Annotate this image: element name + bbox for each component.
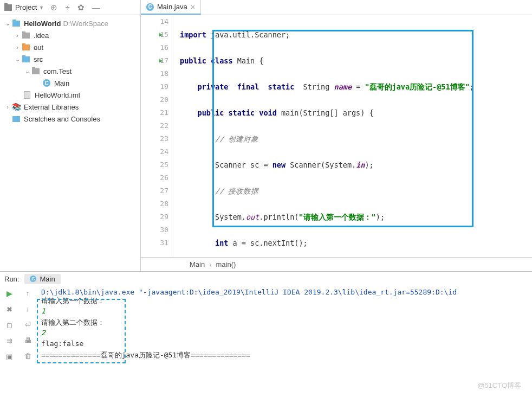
tree-main-label: Main — [54, 79, 69, 87]
tree-root[interactable]: ⌄ HelloWorld D:\WorkSpace — [0, 17, 140, 29]
tree-package[interactable]: ⌄ com.Test — [0, 65, 140, 77]
run-toolbar-outer: ▶ ✖ ◻ ⇉ ▣ — [0, 286, 18, 395]
folder-icon — [22, 56, 30, 62]
output-value: 2 — [41, 329, 528, 340]
project-tree: ⌄ HelloWorld D:\WorkSpace › .idea › out … — [0, 15, 140, 127]
panel-header: Project ▾ ⊕ ÷ ✿ — — [0, 0, 140, 15]
tree-iml[interactable]: HelloWorld.iml — [0, 89, 140, 101]
file-icon — [24, 91, 30, 99]
package-icon — [32, 68, 40, 74]
chevron-down-icon[interactable]: ▾ — [40, 4, 43, 10]
rerun-icon[interactable]: ⇉ — [7, 337, 12, 345]
output-line: 请输入第一个数据： — [41, 296, 528, 307]
breadcrumb-method[interactable]: main() — [216, 260, 236, 268]
target-icon[interactable]: ⊕ — [50, 3, 57, 12]
tree-out-label: out — [34, 43, 43, 52]
tree-src-label: src — [34, 55, 43, 63]
editor-tab-main[interactable]: C Main.java × — [141, 0, 201, 15]
up-icon[interactable]: ↑ — [26, 289, 30, 297]
folder-icon — [22, 44, 30, 50]
down-icon[interactable]: ↓ — [26, 305, 30, 313]
project-icon — [4, 4, 12, 11]
editor-area: C Main.java × 14 ▶15 16 ▶17 18 19 20 21 … — [141, 0, 532, 271]
tab-label: Main.java — [157, 3, 187, 11]
tree-pkg-label: com.Test — [43, 67, 72, 75]
debug-icon[interactable]: ✖ — [7, 305, 12, 313]
print-icon[interactable]: 🖶 — [24, 336, 31, 344]
collapse-icon[interactable]: ÷ — [65, 3, 69, 12]
run-toolbar-inner: ↑ ↓ ⏎ 🖶 🗑 — [18, 286, 37, 395]
run-output[interactable]: D:\jdk1.8\bin\java.exe "-javaagent:D:\id… — [37, 286, 532, 395]
editor-tabs: C Main.java × — [141, 0, 532, 15]
trash-icon[interactable]: 🗑 — [24, 352, 31, 360]
panel-title-text: Project — [15, 3, 37, 11]
run-header: Run: C Main — [0, 272, 532, 286]
tree-scratches-label: Scratches and Consoles — [24, 115, 100, 123]
gear-icon[interactable]: ✿ — [77, 3, 85, 12]
folder-icon — [12, 21, 20, 27]
watermark: @51CTO博客 — [477, 381, 521, 390]
tree-out[interactable]: › out — [0, 41, 140, 53]
hide-icon[interactable]: — — [92, 3, 100, 12]
tree-idea-label: .idea — [34, 31, 49, 40]
tree-iml-label: HelloWorld.iml — [35, 91, 80, 99]
tree-main-class[interactable]: C Main — [0, 77, 140, 89]
tree-root-path: D:\WorkSpace — [63, 20, 108, 28]
tree-libs-label: External Libraries — [24, 103, 79, 111]
tree-src[interactable]: ⌄ src — [0, 53, 140, 65]
camera-icon[interactable]: ◻ — [7, 321, 12, 329]
class-icon: C — [146, 3, 154, 11]
close-icon[interactable]: × — [191, 3, 195, 11]
class-icon: C — [30, 276, 36, 282]
run-tab[interactable]: C Main — [24, 274, 60, 284]
output-value: 1 — [41, 307, 528, 318]
tree-libs[interactable]: › 📚 External Libraries — [0, 101, 140, 113]
tree-idea[interactable]: › .idea — [0, 29, 140, 41]
code-body[interactable]: import java.util.Scanner; public class M… — [173, 15, 532, 257]
stop-icon[interactable]: ▣ — [6, 353, 12, 361]
breadcrumb[interactable]: Main › main() — [141, 257, 532, 271]
class-icon: C — [43, 79, 50, 87]
gutter: 14 ▶15 16 ▶17 18 19 20 21 22 23 24 25 26… — [141, 15, 173, 257]
output-line: flag:false — [41, 340, 528, 350]
tree-root-label: HelloWorld — [24, 20, 61, 28]
library-icon: 📚 — [12, 103, 21, 111]
play-icon[interactable]: ▶ — [7, 289, 12, 298]
wrap-icon[interactable]: ⏎ — [25, 321, 31, 329]
run-label: Run: — [4, 275, 19, 283]
output-line: 请输入第二个数据： — [41, 318, 528, 329]
scratch-icon — [12, 116, 20, 122]
folder-icon — [22, 33, 30, 39]
panel-title[interactable]: Project ▾ — [4, 3, 43, 11]
cmd-line: D:\jdk1.8\bin\java.exe "-javaagent:D:\id… — [41, 288, 528, 296]
run-panel: Run: C Main ▶ ✖ ◻ ⇉ ▣ ↑ ↓ ⏎ 🖶 🗑 D:\jdk1.… — [0, 271, 532, 395]
code-editor[interactable]: 14 ▶15 16 ▶17 18 19 20 21 22 23 24 25 26… — [141, 15, 532, 257]
run-tab-label: Main — [40, 275, 55, 283]
output-line: ==============磊哥的java历险记-@51博客==========… — [41, 350, 528, 361]
project-panel: Project ▾ ⊕ ÷ ✿ — ⌄ HelloWorld D:\WorkSp… — [0, 0, 141, 271]
tree-scratches[interactable]: Scratches and Consoles — [0, 113, 140, 125]
breadcrumb-sep: › — [209, 260, 211, 268]
breadcrumb-main[interactable]: Main — [190, 260, 205, 268]
